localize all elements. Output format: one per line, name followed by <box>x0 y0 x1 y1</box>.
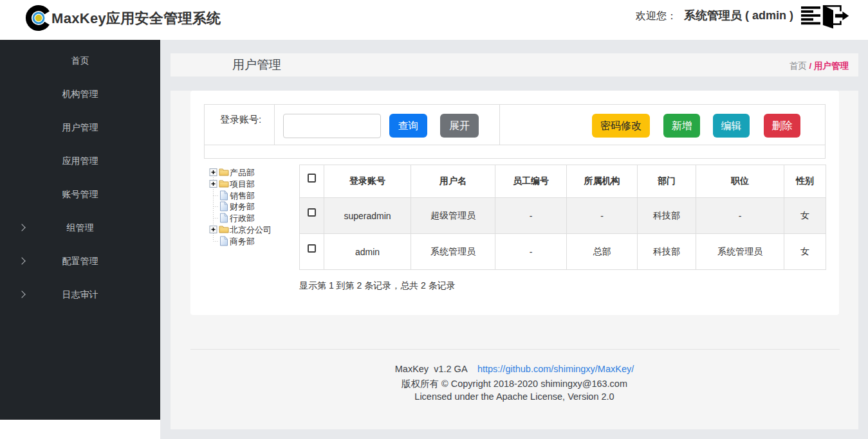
svg-text:产品部: 产品部 <box>230 168 255 177</box>
svg-text:财务部: 财务部 <box>230 202 255 211</box>
svg-text:销售部: 销售部 <box>230 191 255 201</box>
svg-text:商务部: 商务部 <box>230 237 255 246</box>
svg-text:项目部: 项目部 <box>230 179 255 189</box>
svg-text:行政部: 行政部 <box>229 213 255 223</box>
svg-text:北京分公司: 北京分公司 <box>230 225 272 235</box>
